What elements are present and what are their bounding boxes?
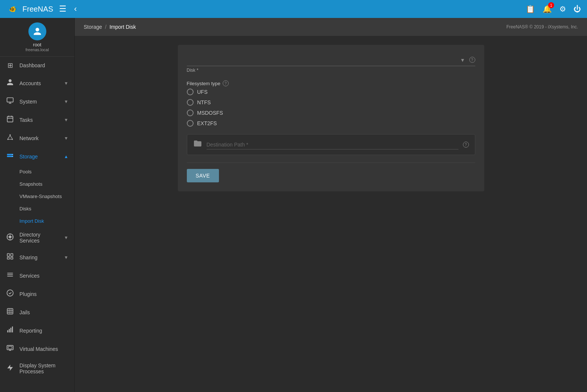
radio-ext2fs[interactable]: EXT2FS: [187, 120, 475, 127]
radio-msdosfs[interactable]: MSDOSFS: [187, 109, 475, 116]
sidebar-item-network[interactable]: Network ▼: [0, 129, 74, 147]
svg-line-11: [10, 136, 12, 139]
sharing-arrow: ▼: [64, 255, 68, 260]
sidebar-label-system: System: [19, 99, 59, 105]
radio-label-ufs: UFS: [197, 89, 208, 95]
sidebar-item-storage[interactable]: Storage ▲: [0, 147, 74, 166]
system-arrow: ▼: [64, 99, 68, 104]
filesystem-form-group: Filesystem type ? UFS NTFS: [187, 80, 475, 127]
jails-icon: [6, 308, 14, 317]
svg-point-30: [7, 290, 13, 296]
sidebar-item-plugins[interactable]: Plugins: [0, 285, 74, 303]
reporting-icon: [6, 326, 14, 335]
svg-rect-39: [12, 327, 13, 333]
sidebar-label-accounts: Accounts: [19, 80, 59, 86]
sharing-icon: [6, 253, 14, 262]
sidebar-item-services[interactable]: Services: [0, 266, 74, 285]
menu-icon[interactable]: ☰: [58, 3, 68, 15]
svg-rect-31: [7, 309, 13, 314]
svg-point-15: [12, 154, 13, 155]
settings-icon[interactable]: ⚙: [559, 4, 566, 13]
storage-icon: [6, 152, 14, 161]
svg-line-10: [8, 136, 10, 139]
directory-services-icon: [6, 233, 14, 243]
app-title: FreeNAS: [22, 5, 53, 13]
sidebar-item-reporting[interactable]: Reporting: [0, 321, 74, 340]
disk-help-icon[interactable]: ?: [469, 57, 475, 63]
filesystem-help-icon[interactable]: ?: [223, 80, 229, 86]
sidebar-item-sharing[interactable]: Sharing ▼: [0, 248, 74, 266]
form-divider: [187, 163, 475, 163]
sidebar-sub-item-disks[interactable]: Disks: [0, 203, 74, 215]
sidebar-sub-item-pools[interactable]: Pools: [0, 166, 74, 178]
logo: 🐠 FreeNAS: [6, 2, 53, 16]
radio-label-msdosfs: MSDOSFS: [197, 110, 223, 116]
radio-label-ext2fs: EXT2FS: [197, 120, 217, 126]
topbar: 🐠 FreeNAS ☰ ‹ 📋 🔔 1 ⚙ ⏻: [0, 0, 587, 18]
svg-rect-3: [7, 116, 13, 122]
radio-circle-ext2fs: [187, 120, 194, 127]
back-icon[interactable]: ‹: [72, 3, 78, 15]
breadcrumb-separator: /: [105, 24, 106, 30]
sidebar-label-directory-services: Directory Services: [19, 232, 59, 244]
svg-marker-44: [7, 364, 13, 371]
destination-path-input[interactable]: [207, 140, 458, 149]
plugins-icon: [6, 289, 14, 299]
sidebar-sub-label-snapshots: Snapshots: [19, 181, 42, 187]
system-icon: [6, 97, 14, 106]
sidebar-label-reporting: Reporting: [19, 328, 68, 334]
sidebar-label-plugins: Plugins: [19, 291, 68, 297]
tasks-arrow: ▼: [64, 117, 68, 123]
network-icon: [6, 133, 14, 143]
directory-arrow: ▼: [64, 235, 68, 240]
radio-ufs[interactable]: UFS: [187, 89, 475, 95]
notes-icon[interactable]: 📋: [526, 4, 535, 13]
svg-rect-41: [8, 346, 12, 349]
sidebar-sub-item-snapshots[interactable]: Snapshots: [0, 178, 74, 190]
network-arrow: ▼: [64, 136, 68, 141]
sidebar-item-accounts[interactable]: Accounts ▼: [0, 74, 74, 92]
sidebar-sub-label-vmware-snapshots: VMware-Snapshots: [19, 194, 62, 199]
save-button[interactable]: SAVE: [187, 169, 219, 182]
sidebar-item-display-system[interactable]: Display System Processes: [0, 358, 74, 379]
sidebar-item-dashboard[interactable]: ⊞ Dashboard: [0, 57, 74, 74]
sidebar-item-jails[interactable]: Jails: [0, 303, 74, 321]
services-icon: [6, 271, 14, 280]
accounts-icon: [6, 78, 14, 88]
breadcrumb-bar: Storage / Import Disk FreeNAS® © 2019 - …: [75, 18, 587, 36]
sidebar-username: root: [6, 42, 68, 47]
sidebar-label-storage: Storage: [19, 154, 59, 160]
breadcrumb-storage[interactable]: Storage: [84, 24, 102, 30]
sidebar-sub-label-import-disk: Import Disk: [19, 218, 44, 224]
freenas-logo-icon: 🐠: [6, 2, 19, 16]
sidebar-label-sharing: Sharing: [19, 254, 59, 260]
sidebar-label-services: Services: [19, 273, 68, 279]
radio-circle-msdosfs: [187, 109, 194, 116]
disk-form-group: ▾ ? Disk *: [187, 54, 475, 73]
sidebar-item-directory-services[interactable]: Directory Services ▼: [0, 227, 74, 248]
sidebar-sub-item-vmware-snapshots[interactable]: VMware-Snapshots: [0, 190, 74, 203]
sidebar-label-virtual-machines: Virtual Machines: [19, 346, 68, 352]
sidebar-item-virtual-machines[interactable]: Virtual Machines: [0, 340, 74, 358]
sidebar-item-system[interactable]: System ▼: [0, 92, 74, 111]
destination-path-box: ?: [187, 134, 475, 155]
destination-help-icon[interactable]: ?: [463, 142, 469, 148]
sidebar-sub-item-import-disk[interactable]: Import Disk: [0, 215, 74, 227]
svg-rect-36: [7, 330, 9, 333]
power-icon[interactable]: ⏻: [574, 5, 581, 13]
notification-badge: 1: [548, 2, 554, 8]
notifications-icon[interactable]: 🔔 1: [543, 4, 552, 13]
sidebar-item-tasks[interactable]: Tasks ▼: [0, 111, 74, 129]
svg-rect-25: [7, 257, 10, 259]
radio-label-ntfs: NTFS: [197, 99, 211, 105]
radio-ntfs[interactable]: NTFS: [187, 99, 475, 106]
destination-path-form-group: ?: [187, 134, 475, 155]
page-content: ▾ ? Disk * Filesystem type ? UFS: [75, 36, 587, 392]
disk-select[interactable]: [187, 54, 466, 66]
svg-point-7: [9, 135, 10, 136]
svg-rect-26: [11, 257, 13, 259]
svg-rect-40: [7, 345, 13, 350]
folder-icon: [193, 139, 202, 150]
svg-rect-2: [7, 98, 13, 102]
sidebar-sub-label-pools: Pools: [19, 169, 32, 175]
